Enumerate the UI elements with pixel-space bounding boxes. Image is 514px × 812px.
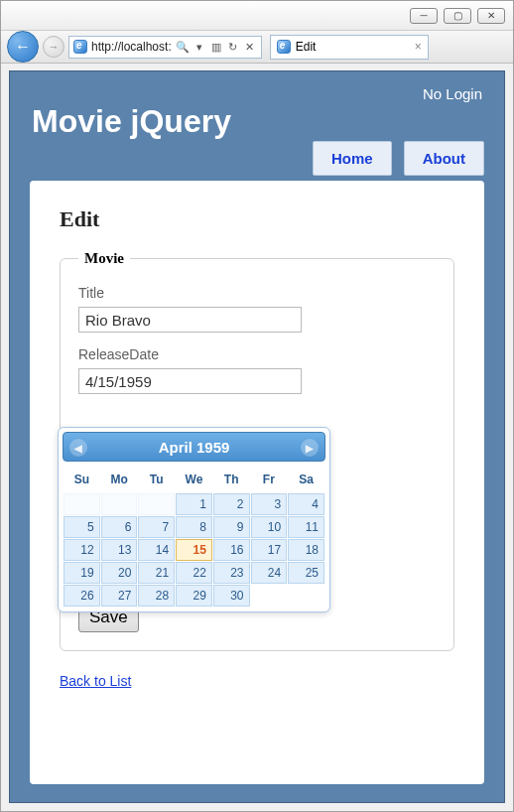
datepicker-grid: SuMoTuWeThFrSa 1234567891011121314151617… [63,466,325,608]
compat-icon[interactable]: ▥ [209,40,223,54]
datepicker-day[interactable]: 14 [138,539,175,561]
minimize-button[interactable]: ─ [410,8,438,24]
datepicker-day[interactable]: 4 [288,493,324,515]
datepicker-blank [64,493,100,515]
fieldset-legend: Movie [78,250,130,267]
title-input[interactable] [78,307,302,333]
datepicker-next-icon[interactable]: ▶ [301,439,319,457]
datepicker-dow: Mo [101,467,138,492]
datepicker-blank [138,493,175,515]
main-nav: Home About [313,141,484,176]
page-heading: Edit [60,206,454,232]
datepicker-day[interactable]: 10 [251,516,288,538]
app-title: Movie jQuery [32,103,231,140]
datepicker-day[interactable]: 24 [251,562,288,584]
datepicker-day[interactable]: 28 [138,585,175,607]
datepicker-month-label: April 1959 [159,439,230,456]
datepicker-day[interactable]: 21 [138,562,175,584]
datepicker-dow: We [176,467,212,492]
datepicker-day[interactable]: 7 [138,516,175,538]
url-text: http://localhost: [91,40,172,54]
datepicker-dow: Fr [251,467,288,492]
datepicker-day[interactable]: 25 [288,562,324,584]
datepicker-day[interactable]: 23 [213,562,250,584]
refresh-icon[interactable]: ↻ [226,40,240,54]
datepicker-day[interactable]: 18 [288,539,324,561]
datepicker-day[interactable]: 16 [213,539,250,561]
nav-home[interactable]: Home [313,141,392,176]
browser-toolbar: ← → http://localhost: 🔍 ▾ ▥ ↻ ✕ Edit × [1,31,513,64]
datepicker-day[interactable]: 2 [213,493,250,515]
title-label: Title [78,285,436,301]
datepicker-day[interactable]: 20 [101,562,138,584]
datepicker-dow: Su [64,467,100,492]
datepicker-day[interactable]: 8 [176,516,212,538]
back-button[interactable]: ← [7,31,39,63]
datepicker-dow: Tu [138,467,175,492]
datepicker-dow: Th [213,467,250,492]
back-to-list-link[interactable]: Back to List [60,673,131,689]
forward-button[interactable]: → [43,36,64,58]
datepicker-day[interactable]: 27 [101,585,138,607]
maximize-button[interactable]: ▢ [444,8,471,24]
datepicker-day[interactable]: 9 [213,516,250,538]
login-link[interactable]: No Login [423,85,482,102]
address-bar[interactable]: http://localhost: 🔍 ▾ ▥ ↻ ✕ [68,36,262,59]
address-bar-icons: 🔍 ▾ ▥ ↻ ✕ [176,40,257,54]
datepicker-day[interactable]: 13 [101,539,138,561]
datepicker-day[interactable]: 1 [176,493,212,515]
datepicker-prev-icon[interactable]: ◀ [69,439,87,457]
window-titlebar: ─ ▢ ✕ [1,1,513,31]
ie-icon [73,40,87,54]
datepicker-day[interactable]: 11 [288,516,324,538]
datepicker-blank [101,493,138,515]
datepicker-day[interactable]: 3 [251,493,288,515]
releasedate-label: ReleaseDate [78,346,436,362]
search-icon[interactable]: 🔍 [176,40,190,54]
datepicker-day[interactable]: 15 [176,539,212,561]
datepicker-day[interactable]: 6 [101,516,138,538]
tab-title: Edit [296,40,317,54]
datepicker-day[interactable]: 19 [64,562,100,584]
close-window-button[interactable]: ✕ [477,8,505,24]
datepicker-day[interactable]: 26 [64,585,100,607]
datepicker-day[interactable]: 22 [176,562,212,584]
dropdown-icon[interactable]: ▾ [193,40,206,54]
browser-tab[interactable]: Edit × [270,35,429,60]
datepicker-dow: Sa [288,467,324,492]
datepicker-day[interactable]: 5 [64,516,100,538]
datepicker: ◀ April 1959 ▶ SuMoTuWeThFrSa 1234567891… [58,427,330,612]
nav-about[interactable]: About [404,141,484,176]
close-tab-icon[interactable]: × [415,40,422,54]
datepicker-day[interactable]: 17 [251,539,288,561]
page-body: No Login Movie jQuery Home About Edit Mo… [9,70,505,803]
ie-icon [277,40,291,54]
stop-icon[interactable]: ✕ [243,40,257,54]
datepicker-day[interactable]: 12 [64,539,100,561]
datepicker-header: ◀ April 1959 ▶ [63,432,325,462]
datepicker-day[interactable]: 30 [213,585,250,607]
releasedate-input[interactable] [78,368,302,394]
datepicker-day[interactable]: 29 [176,585,212,607]
